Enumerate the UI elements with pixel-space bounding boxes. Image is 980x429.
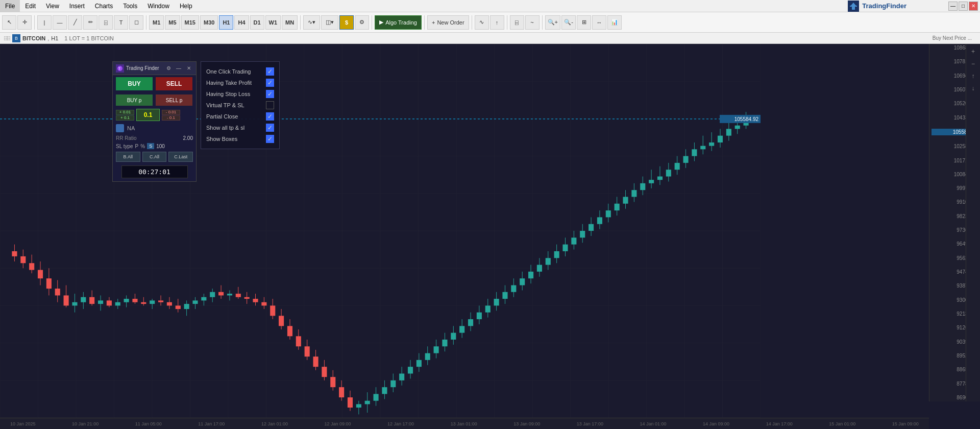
sidebar-zoom-out[interactable]: − [968,58,979,69]
new-order-button[interactable]: + New Order [427,15,469,30]
lot-inc-1-btn[interactable]: + 0.1 [116,115,134,121]
timeframe-m1[interactable]: M1 [149,15,164,30]
option-take-profit: Having Take Profit ✓ [201,77,279,88]
symbol-name: BITCOIN [22,35,45,41]
algo-trading-button[interactable]: ▶ Algo Trading [375,15,422,30]
lot-inc-01-btn[interactable]: + 0.01 [116,110,134,115]
close-button[interactable]: ✕ [969,2,978,11]
sl-pct-label: % [140,144,145,149]
maximize-button[interactable]: □ [959,2,968,11]
stop-loss-checkbox[interactable]: ✓ [266,90,274,98]
menu-charts[interactable]: Charts [90,0,118,12]
indicator-dropdown[interactable]: ◫▾ [321,15,338,30]
settings-btn[interactable]: ⚙ [355,15,369,30]
timeframe-m15[interactable]: M15 [181,15,199,30]
show-tpsl-checkbox[interactable]: ✓ [266,124,274,132]
logo-text: TradingFinder [862,2,906,10]
svg-rect-2 [852,7,855,10]
option-show-boxes: Show Boxes ✓ [201,133,279,145]
crosshair-tool[interactable]: ✛ [17,15,32,30]
sell-button[interactable]: SELL [156,77,192,90]
menu-window[interactable]: Window [142,0,175,12]
menu-file[interactable]: File [0,0,20,12]
sidebar-scroll-up[interactable]: ↑ [968,70,979,82]
sellp-button[interactable]: SELL p [156,94,192,106]
hline-tool[interactable]: — [53,15,67,30]
clast-button[interactable]: C.Last [168,152,193,162]
shapes-tool[interactable]: ◻ [129,15,143,30]
show-boxes-label: Show Boxes [206,136,237,142]
timeframe-h1[interactable]: H1 [219,15,233,30]
date-2: 10 Jan 21:00 [72,421,99,426]
options-panel: One Click Trading ✓ Having Take Profit ✓… [201,61,280,149]
call-button[interactable]: C.All [142,152,167,162]
panel-minimize-btn[interactable]: — [175,64,183,73]
lot-decrease-adj: - 0.01 - 0.1 [162,110,180,121]
buyp-button[interactable]: BUY p [116,94,153,106]
panel-settings-btn[interactable]: ⚙ [164,64,173,73]
date-14: 15 Jan 01:00 [829,421,855,426]
autoscroll-btn[interactable]: ↔ [592,15,606,30]
text-tool[interactable]: T [114,15,128,30]
show-boxes-checkbox[interactable]: ✓ [266,135,274,143]
sidebar-scroll-down[interactable]: ↓ [968,83,979,94]
timeframe-w1[interactable]: W1 [265,15,281,30]
timeframe-mn[interactable]: MN [282,15,298,30]
algo-trading-label: Algo Trading [385,19,417,26]
comma-sep: , [47,35,49,41]
menu-help[interactable]: Help [175,0,198,12]
lot-increase-adj: + 0.01 + 0.1 [116,110,134,121]
take-profit-checkbox[interactable]: ✓ [266,79,274,87]
buy-sell-row: BUY SELL [113,75,196,92]
date-5: 12 Jan 01:00 [261,421,288,426]
asset-icon: B [12,34,20,42]
menu-insert[interactable]: Insert [64,0,90,12]
indicators-btn[interactable]: ⌸ [510,15,524,30]
new-order-icon: + [432,19,435,26]
menu-edit[interactable]: Edit [20,0,41,12]
line-tool[interactable]: | [37,15,52,30]
sidebar-zoom-in[interactable]: + [968,46,979,57]
timeframe-m5[interactable]: M5 [165,15,180,30]
draw-tool[interactable]: ✏ [83,15,97,30]
up-arrow-btn[interactable]: ↑ [490,15,504,30]
buy-button[interactable]: BUY [116,77,153,90]
sl-s-button[interactable]: S [147,143,154,149]
svg-text:T: T [118,67,121,70]
menu-tools[interactable]: Tools [118,0,142,12]
zoom-out-btn[interactable]: 🔍- [561,15,576,30]
chart-type-dropdown[interactable]: ∿▾ [303,15,320,30]
partial-close-checkbox[interactable]: ✓ [266,112,274,121]
timeframe-m30[interactable]: M30 [200,15,218,30]
minimize-button[interactable]: — [948,2,958,11]
grid-btn[interactable]: ⊞ [577,15,591,30]
one-click-checkbox[interactable]: ✓ [266,67,274,76]
cursor-tool[interactable]: ↖ [2,15,16,30]
zoom-in-btn[interactable]: 🔍+ [545,15,560,30]
show-tpsl-label: Show all tp & sl [206,125,244,131]
analytics-btn[interactable]: ∿ [475,15,489,30]
lot-dec-01-btn[interactable]: - 0.01 [162,110,180,115]
fibonacci-tool[interactable]: ⌻ [99,15,113,30]
dollar-btn[interactable]: $ [339,15,354,30]
rr-value: 2.00 [183,135,193,141]
date-15: 15 Jan 09:00 [892,421,919,426]
trend-tool[interactable]: ╱ [68,15,82,30]
lot-input[interactable] [136,109,160,121]
panel-close-btn[interactable]: ✕ [185,64,193,73]
oscillator-btn[interactable]: ~ [525,15,540,30]
lot-info: 1 LOT = 1 BITCOIN [64,35,114,41]
partial-close-label: Partial Close [206,113,238,120]
date-9: 13 Jan 09:00 [513,421,540,426]
timeframe-h4[interactable]: H4 [234,15,249,30]
menu-view[interactable]: View [41,0,64,12]
rr-label: RR Ratio [116,135,137,141]
volume-btn[interactable]: 📊 [607,15,622,30]
ball-button[interactable]: B.All [116,152,140,162]
timeframe-d1[interactable]: D1 [250,15,264,30]
lot-dec-1-btn[interactable]: - 0.1 [162,115,180,121]
virtual-tpsl-checkbox[interactable] [266,101,274,109]
buyp-sellp-row: BUY p SELL p [113,92,196,108]
toolbar: ↖ ✛ | — ╱ ✏ ⌻ T ◻ M1 M5 M15 M30 H1 H4 D1… [0,12,980,33]
date-1: 10 Jan 2025 [10,421,36,426]
